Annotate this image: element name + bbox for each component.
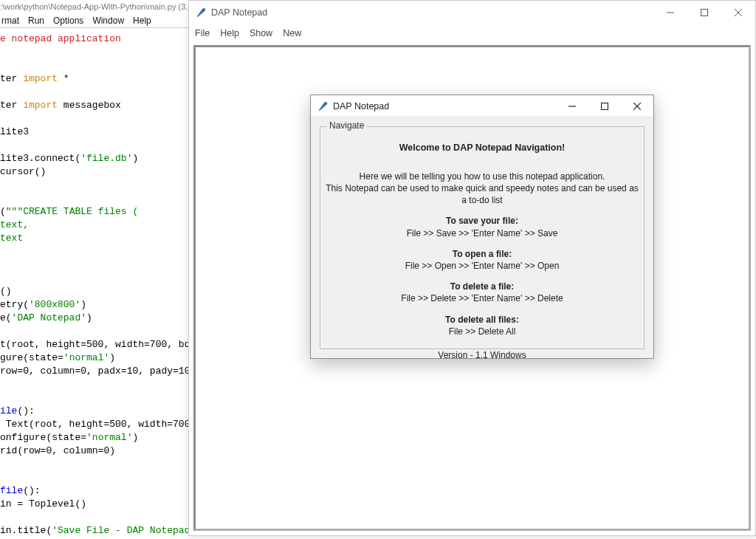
dialog-titlebar[interactable]: DAP Notepad <box>311 95 653 117</box>
navigate-deleteall-line: File >> Delete All <box>445 326 519 337</box>
idle-menu-format[interactable]: rmat <box>0 16 21 26</box>
idle-editor-window: :\work\python\Notepad-App-With-Python\ma… <box>0 0 188 539</box>
minimize-button[interactable] <box>653 1 687 24</box>
dialog-body: Navigate Welcome to DAP Notepad Navigati… <box>317 123 647 352</box>
feather-icon <box>195 7 207 18</box>
navigate-intro: Here we will be telling you how to use t… <box>325 171 639 207</box>
svg-line-2 <box>735 9 742 16</box>
svg-line-3 <box>735 9 742 16</box>
navigate-delete-line: File >> Delete >> 'Enter Name' >> Delete <box>401 292 563 304</box>
idle-menu-run[interactable]: Run <box>27 16 46 26</box>
navigate-save-line: File >> Save >> 'Enter Name' >> Save <box>407 227 558 239</box>
navigate-version: Version - 1.1 Windows <box>438 349 526 361</box>
navigate-content: Welcome to DAP Notepad Navigation! Here … <box>320 137 644 344</box>
navigate-deleteall-header: To delete all files: <box>445 314 519 326</box>
idle-menu-help[interactable]: Help <box>131 16 153 26</box>
dialog-minimize-button[interactable] <box>556 95 588 117</box>
feather-icon <box>317 100 329 112</box>
navigate-open-line: File >> Open >> 'Enter Name' >> Open <box>405 260 560 272</box>
navigate-intro-line2: This Notepad can be used to make quick a… <box>325 182 639 206</box>
main-window-titlebar[interactable]: DAP Notepad <box>189 1 755 24</box>
dialog-maximize-button[interactable] <box>588 95 621 117</box>
close-button[interactable] <box>721 1 755 24</box>
navigate-intro-line1: Here we will be telling you how to use t… <box>325 171 639 182</box>
svg-rect-1 <box>701 10 708 16</box>
idle-menu-window[interactable]: Window <box>91 16 126 26</box>
navigate-save-block: To save your file: File >> Save >> 'Ente… <box>407 215 558 238</box>
navigate-delete-header: To delete a file: <box>401 281 563 292</box>
navigate-dialog-window: DAP Notepad Navigate Welcome to DAP Note… <box>310 95 654 359</box>
menu-file[interactable]: File <box>195 28 210 38</box>
menu-show[interactable]: Show <box>250 28 272 38</box>
navigate-save-header: To save your file: <box>407 215 558 227</box>
main-window-menubar[interactable]: File Help Show New <box>189 24 755 42</box>
svg-line-7 <box>633 103 641 110</box>
navigate-groupbox: Navigate Welcome to DAP Notepad Navigati… <box>320 126 645 349</box>
idle-menubar[interactable]: rmat Run Options Window Help <box>0 13 192 28</box>
svg-rect-5 <box>602 103 608 109</box>
navigate-deleteall-block: To delete all files: File >> Delete All <box>445 314 519 337</box>
main-window-title: DAP Notepad <box>211 7 267 18</box>
navigate-open-header: To open a file: <box>405 248 560 260</box>
groupbox-legend: Navigate <box>326 120 367 131</box>
dialog-title: DAP Notepad <box>333 101 389 111</box>
dialog-close-button[interactable] <box>621 95 653 117</box>
svg-line-6 <box>633 103 641 110</box>
menu-new[interactable]: New <box>283 28 301 38</box>
navigate-welcome: Welcome to DAP Notepad Navigation! <box>399 142 566 154</box>
menu-help[interactable]: Help <box>220 28 239 38</box>
navigate-delete-block: To delete a file: File >> Delete >> 'Ent… <box>401 281 563 304</box>
idle-menu-options[interactable]: Options <box>52 16 85 26</box>
navigate-open-block: To open a file: File >> Open >> 'Enter N… <box>405 248 560 272</box>
idle-titlebar: :\work\python\Notepad-App-With-Python\ma… <box>0 0 192 13</box>
maximize-button[interactable] <box>687 1 721 24</box>
